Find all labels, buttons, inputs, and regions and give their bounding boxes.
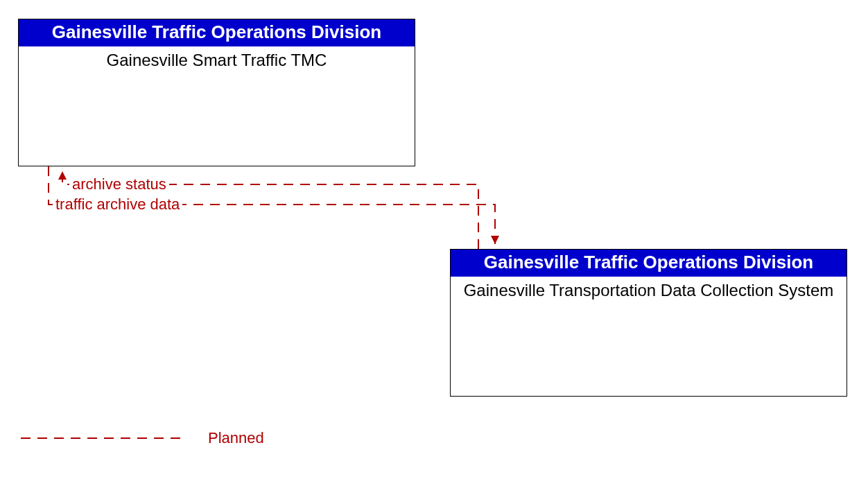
node-collection-body: Gainesville Transportation Data Collecti… xyxy=(451,277,847,301)
node-tmc-body: Gainesville Smart Traffic TMC xyxy=(19,46,415,71)
flow-archive-status-label: archive status xyxy=(69,175,169,193)
node-collection-header: Gainesville Traffic Operations Division xyxy=(451,250,847,277)
node-tmc-header: Gainesville Traffic Operations Division xyxy=(19,19,415,46)
flow-traffic-archive-data-label: traffic archive data xyxy=(53,196,182,214)
legend-planned-label: Planned xyxy=(208,429,264,447)
node-tmc: Gainesville Traffic Operations Division … xyxy=(18,19,415,166)
node-collection: Gainesville Traffic Operations Division … xyxy=(450,249,847,397)
